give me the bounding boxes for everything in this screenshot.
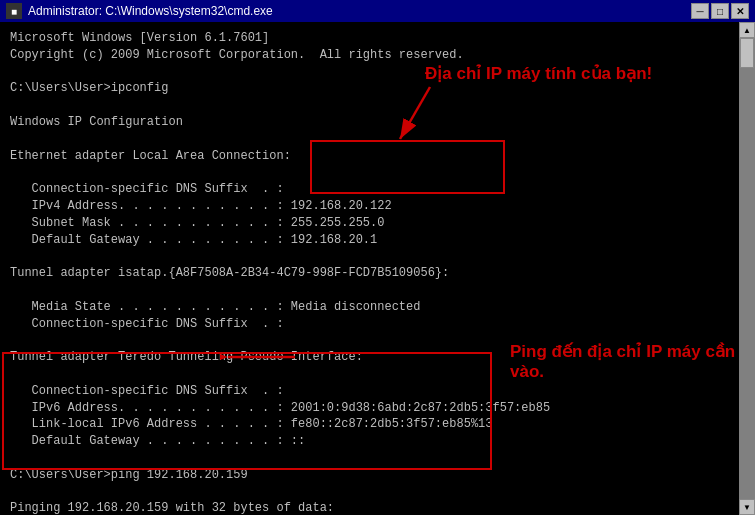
cmd-icon: ■ xyxy=(6,3,22,19)
minimize-button[interactable]: ─ xyxy=(691,3,709,19)
scroll-track[interactable] xyxy=(739,38,755,499)
title-bar: ■ Administrator: C:\Windows\system32\cmd… xyxy=(0,0,755,22)
cmd-window: Microsoft Windows [Version 6.1.7601] Cop… xyxy=(0,22,755,515)
scroll-thumb[interactable] xyxy=(740,38,754,68)
maximize-button[interactable]: □ xyxy=(711,3,729,19)
window-title: Administrator: C:\Windows\system32\cmd.e… xyxy=(28,4,273,18)
ip-annotation: Địa chỉ IP máy tính của bạn! xyxy=(425,64,652,84)
scroll-up[interactable]: ▲ xyxy=(739,22,755,38)
cmd-output: Microsoft Windows [Version 6.1.7601] Cop… xyxy=(10,30,745,515)
ping-annotation: Ping đến địa chỉ IP máy cần vào. xyxy=(510,342,755,383)
close-button[interactable]: ✕ xyxy=(731,3,749,19)
scroll-down[interactable]: ▼ xyxy=(739,499,755,515)
window-controls: ─ □ ✕ xyxy=(691,3,749,19)
scrollbar[interactable]: ▲ ▼ xyxy=(739,22,755,515)
